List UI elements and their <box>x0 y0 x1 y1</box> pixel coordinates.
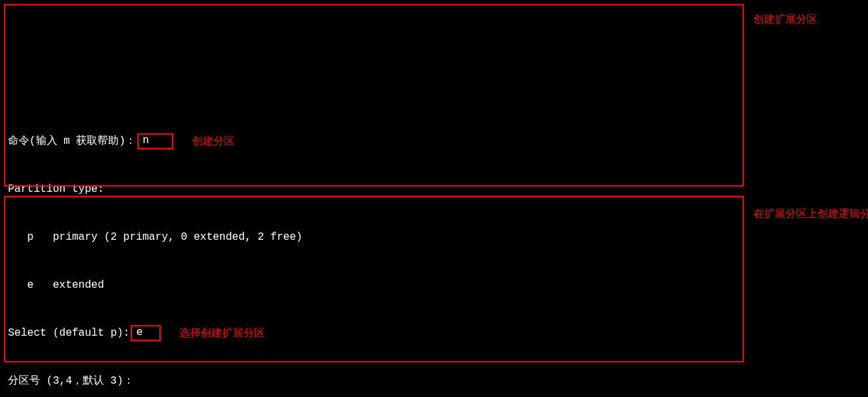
s1-line4: e extended <box>8 277 860 293</box>
s1-select-prompt: Select (default p): <box>8 327 129 339</box>
s1-line1: 命令(输入 m 获取帮助)：n 创建分区 <box>8 133 860 149</box>
s1-annot-select: 选择创建扩展分区 <box>179 325 265 341</box>
s1-select-input: e <box>136 326 143 338</box>
s1-select-box: e <box>131 325 161 341</box>
s1-input: n <box>143 135 149 147</box>
s1-prompt: 命令(输入 m 获取帮助)： <box>8 135 136 147</box>
terminal[interactable]: 创建扩展分区 命令(输入 m 获取帮助)：n 创建分区 Partition ty… <box>0 0 868 397</box>
s1-line5: Select (default p):e 选择创建扩展分区 <box>8 325 860 341</box>
section2-side-label: 在扩展分区上创建逻辑分区 <box>753 206 860 221</box>
s1-line6: 分区号 (3,4，默认 3)： <box>8 373 860 389</box>
s1-annot-input: 创建分区 <box>192 133 235 149</box>
s1-line3: p primary (2 primary, 0 extended, 2 free… <box>8 229 860 245</box>
s1-input-box: n <box>137 133 173 149</box>
section1-side-label: 创建扩展分区 <box>753 12 817 27</box>
s1-line2: Partition type: <box>8 181 860 197</box>
section1-frame <box>4 4 744 187</box>
